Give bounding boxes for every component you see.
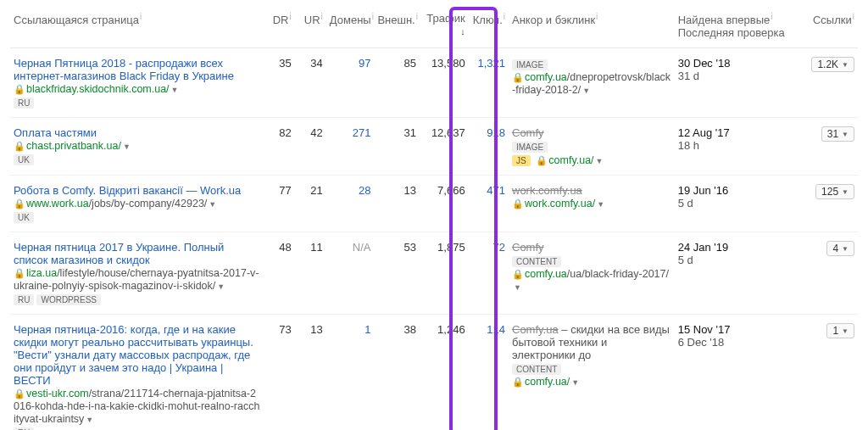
chevron-down-icon[interactable]: ▼ bbox=[514, 283, 521, 292]
cell-ur: 42 bbox=[295, 118, 326, 176]
cell-keywords: 1,321 bbox=[469, 48, 509, 118]
col-keywords[interactable]: Ключ.i bbox=[469, 7, 509, 48]
table-row: Черная пятница-2016: когда, где и на как… bbox=[10, 315, 858, 430]
cell-links: 1▼ bbox=[797, 315, 858, 430]
chevron-down-icon[interactable]: ▼ bbox=[596, 157, 604, 165]
found-date: 24 Jan '19 bbox=[678, 241, 793, 254]
anchor-tag: IMAGE bbox=[512, 59, 548, 70]
chevron-down-icon: ▼ bbox=[842, 188, 849, 196]
info-icon: i bbox=[596, 12, 598, 21]
cell-traffic: 12,637 bbox=[420, 118, 469, 176]
cell-found: 30 Dec '1831 d bbox=[675, 48, 797, 118]
links-dropdown[interactable]: 31▼ bbox=[821, 126, 854, 142]
page-host[interactable]: blackfriday.skidochnik.com.ua/ bbox=[26, 83, 170, 95]
domains-link[interactable]: 97 bbox=[359, 57, 370, 70]
links-count: 125 bbox=[821, 186, 838, 198]
chevron-down-icon[interactable]: ▼ bbox=[571, 378, 579, 387]
cell-traffic: 13,580 bbox=[420, 48, 469, 118]
lock-icon: 🔒 bbox=[14, 141, 25, 151]
info-icon: i bbox=[140, 12, 142, 21]
page-host[interactable]: www.work.ua bbox=[26, 198, 89, 209]
cell-ref-page: Черная пятница-2016: когда, где и на как… bbox=[10, 315, 264, 430]
cell-found: 12 Aug '1718 h bbox=[675, 118, 797, 176]
domains-link[interactable]: 271 bbox=[353, 126, 371, 139]
anchor-strike[interactable]: Comfy bbox=[512, 241, 544, 254]
keywords-link[interactable]: 1,321 bbox=[477, 57, 505, 70]
chevron-down-icon: ▼ bbox=[842, 131, 849, 138]
links-count: 31 bbox=[827, 128, 838, 140]
col-ur[interactable]: URi bbox=[295, 7, 326, 48]
col-dr[interactable]: DRi bbox=[264, 7, 295, 48]
anchor-strike[interactable]: Comfy.ua bbox=[512, 323, 559, 336]
backlink-host[interactable]: work.comfy.ua/ bbox=[525, 198, 595, 209]
lock-icon: 🔒 bbox=[536, 155, 548, 165]
links-dropdown[interactable]: 4▼ bbox=[826, 241, 854, 256]
col-found[interactable]: Найдена впервыеiПоследняя проверка bbox=[675, 7, 797, 48]
col-domains[interactable]: Доменыi bbox=[326, 7, 375, 48]
links-count: 1.2K bbox=[817, 59, 838, 70]
backlink-host[interactable]: comfy.ua/ bbox=[548, 154, 593, 166]
links-dropdown[interactable]: 1▼ bbox=[826, 323, 854, 338]
page-host[interactable]: vesti-ukr.com bbox=[26, 388, 89, 399]
cell-ref-page: Черная Пятница 2018 - распродажи всех ин… bbox=[10, 48, 264, 118]
cell-dr: 82 bbox=[264, 118, 295, 176]
domains-link[interactable]: 1 bbox=[364, 323, 370, 336]
checked-date: 5 d bbox=[678, 197, 793, 209]
links-dropdown[interactable]: 125▼ bbox=[815, 184, 854, 199]
col-traffic[interactable]: Трафик ↓ bbox=[420, 7, 469, 48]
keywords-link[interactable]: 918 bbox=[487, 126, 505, 139]
info-icon: i bbox=[504, 12, 505, 21]
cell-links: 125▼ bbox=[797, 176, 858, 232]
sort-desc-icon: ↓ bbox=[460, 26, 465, 36]
lang-tag: UK bbox=[14, 154, 34, 165]
page-title-link[interactable]: Черная пятница 2017 в Украине. Полный сп… bbox=[14, 241, 224, 266]
col-links[interactable]: Ссылкиi bbox=[797, 7, 858, 48]
links-dropdown[interactable]: 1.2K▼ bbox=[811, 57, 854, 72]
chevron-down-icon[interactable]: ▼ bbox=[582, 87, 590, 95]
col-ref-page[interactable]: Ссылающаяся страницаi bbox=[10, 7, 264, 48]
backlink-host[interactable]: comfy.ua bbox=[525, 268, 567, 280]
backlink-host[interactable]: comfy.ua bbox=[525, 71, 567, 83]
cell-ur: 34 bbox=[295, 48, 326, 118]
keywords-link[interactable]: 72 bbox=[493, 241, 505, 254]
anchor-strike[interactable]: Comfy bbox=[512, 126, 544, 139]
links-count: 1 bbox=[832, 325, 838, 337]
lock-icon: 🔒 bbox=[14, 388, 25, 399]
page-host[interactable]: liza.ua bbox=[26, 267, 57, 279]
col-ext[interactable]: Внешн.i bbox=[374, 7, 420, 48]
cell-ref-page: Черная пятница 2017 в Украине. Полный сп… bbox=[10, 232, 264, 315]
page-title-link[interactable]: Черная Пятница 2018 - распродажи всех ин… bbox=[14, 57, 234, 82]
cell-ext: 85 bbox=[374, 48, 420, 118]
page-title-link[interactable]: Черная пятница-2016: когда, где и на как… bbox=[14, 323, 253, 387]
page-host[interactable]: chast.privatbank.ua/ bbox=[26, 140, 121, 152]
cell-keywords: 918 bbox=[469, 118, 509, 176]
anchor-strike[interactable]: work.comfy.ua bbox=[512, 184, 582, 197]
chevron-down-icon[interactable]: ▼ bbox=[123, 142, 131, 151]
table-row: Черная Пятница 2018 - распродажи всех ин… bbox=[10, 48, 858, 118]
chevron-down-icon[interactable]: ▼ bbox=[209, 200, 216, 209]
info-icon: i bbox=[416, 12, 418, 21]
found-date: 19 Jun '16 bbox=[678, 184, 793, 197]
domains-link[interactable]: 28 bbox=[359, 184, 370, 197]
page-title-link[interactable]: Оплата частями bbox=[14, 126, 97, 139]
links-count: 4 bbox=[832, 243, 838, 254]
chevron-down-icon[interactable]: ▼ bbox=[597, 200, 604, 209]
keywords-link[interactable]: 114 bbox=[487, 323, 505, 336]
backlink-path: /ua/black-friday-2017/ bbox=[567, 268, 669, 280]
anchor-tag: CONTENT bbox=[512, 364, 561, 375]
chevron-down-icon: ▼ bbox=[842, 61, 849, 69]
col-anchor[interactable]: Анкор и бэклинкi bbox=[509, 7, 675, 48]
chevron-down-icon[interactable]: ▼ bbox=[171, 86, 179, 94]
cell-domains: 1 bbox=[326, 315, 375, 430]
checked-date: 31 d bbox=[678, 70, 793, 82]
backlink-host[interactable]: comfy.ua/ bbox=[525, 376, 570, 388]
page-title-link[interactable]: Робота в Comfy. Відкриті вакансії — Work… bbox=[14, 184, 241, 197]
cell-ext: 13 bbox=[374, 176, 420, 232]
table-row: Робота в Comfy. Відкриті вакансії — Work… bbox=[10, 176, 858, 232]
keywords-link[interactable]: 471 bbox=[487, 184, 505, 197]
chevron-down-icon[interactable]: ▼ bbox=[86, 416, 93, 424]
chevron-down-icon: ▼ bbox=[842, 245, 849, 253]
cell-anchor: ComfyCONTENT🔒comfy.ua/ua/black-friday-20… bbox=[509, 232, 675, 315]
chevron-down-icon[interactable]: ▼ bbox=[217, 282, 225, 291]
cell-links: 31▼ bbox=[797, 118, 858, 176]
